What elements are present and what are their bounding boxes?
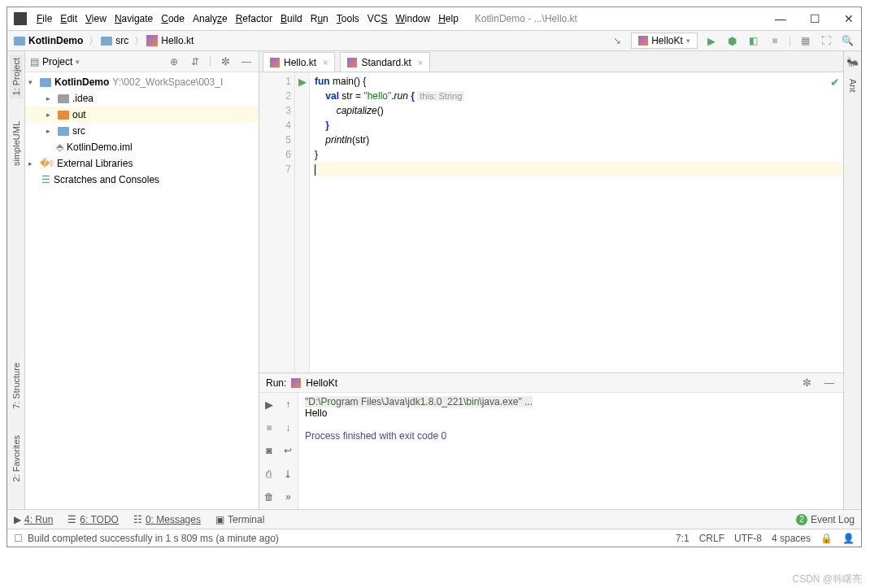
bottom-tab-run[interactable]: ▶ 4: Run (14, 514, 53, 525)
panel-settings-icon[interactable]: ✼ (218, 54, 233, 69)
menu-refactor[interactable]: Refactor (236, 13, 272, 24)
menu-navigate[interactable]: Navigate (115, 13, 153, 24)
tab-standard[interactable]: Standard.kt× (340, 52, 430, 72)
navbar: KotlinDemo 〉 src 〉 Hello.kt ↘ HelloKt ▾ … (7, 30, 861, 51)
tool-project[interactable]: 1: Project (10, 54, 23, 98)
ide-window: File Edit View Navigate Code Analyze Ref… (7, 7, 862, 547)
run-toolbar: ▶ ↑ ■ ↓ ◙ ↩ ⎙ ⤓ 🗑 » (259, 393, 298, 509)
close-icon[interactable]: × (323, 58, 328, 68)
search-everywhere-icon[interactable]: 🔍 (840, 33, 855, 48)
menu-help[interactable]: Help (438, 13, 459, 24)
tree-item-out[interactable]: ▸out (25, 107, 259, 123)
wrap-icon[interactable]: ↩ (279, 439, 298, 462)
run-settings-icon[interactable]: ✼ (799, 376, 814, 390)
run-gutter: ▶ (295, 72, 310, 372)
inspection-ok-icon: ✔ (830, 76, 840, 89)
export-icon[interactable]: ⤓ (279, 463, 298, 486)
maximize-button[interactable]: ☐ (809, 12, 820, 25)
tool-simpleuml[interactable]: simpleUML (10, 118, 23, 169)
camera-icon[interactable]: ◙ (259, 439, 279, 462)
run-config-name: HelloKt (306, 377, 337, 389)
bottom-tab-eventlog[interactable]: Event Log (811, 514, 855, 525)
tree-item-src[interactable]: ▸src (25, 123, 259, 139)
run-tool-window: Run: HelloKt ✼ — ▶ ↑ ■ ↓ ◙ ↩ (259, 372, 843, 509)
bottom-tab-terminal[interactable]: ▣ Terminal (215, 514, 264, 525)
console-output[interactable]: "D:\Program Files\Java\jdk1.8.0_221\bin\… (298, 393, 843, 509)
ant-icon[interactable]: 🐜 (846, 56, 859, 68)
watermark: CSDN @韩曙亮 (792, 573, 862, 586)
tool-favorites[interactable]: 2: Favorites (10, 432, 23, 485)
breadcrumb-file[interactable]: Hello.kt (146, 35, 194, 46)
event-count-badge: 2 (796, 514, 807, 525)
bottom-tab-todo[interactable]: ☰ 6: TODO (67, 514, 119, 525)
line-gutter: 1234567 (259, 72, 295, 372)
status-message: Build completed successfully in 1 s 809 … (28, 533, 279, 544)
code-editor[interactable]: 1234567 ▶ fun main() { val str = "hello"… (259, 72, 843, 372)
stop-button[interactable]: ■ (768, 33, 782, 48)
tool-ant[interactable]: Ant (846, 76, 859, 96)
locate-icon[interactable]: ⊕ (167, 54, 181, 69)
tool-structure[interactable]: 7: Structure (10, 359, 23, 412)
more-icon[interactable]: » (279, 486, 298, 508)
breadcrumb-src[interactable]: src (101, 35, 128, 46)
bottom-tab-messages[interactable]: ☷ 0: Messages (133, 514, 201, 525)
close-icon[interactable]: × (418, 58, 423, 68)
down-icon[interactable]: ↓ (279, 416, 298, 439)
run-config-selector[interactable]: HelloKt ▾ (631, 33, 698, 49)
project-structure-icon[interactable]: ▦ (798, 33, 812, 48)
menu-window[interactable]: Window (395, 13, 430, 24)
project-panel-title[interactable]: ▤Project ▾ (30, 56, 80, 68)
menu-run[interactable]: Run (311, 13, 328, 24)
stop-icon[interactable]: ■ (259, 416, 279, 439)
print-icon[interactable]: ⎙ (259, 463, 279, 486)
toggle-layout-icon[interactable]: ⛶ (819, 33, 833, 48)
project-tree[interactable]: ▾ KotlinDemo Y:\002_WorkSpace\003_I ▸.id… (25, 72, 259, 509)
inspector-icon[interactable]: 👤 (842, 533, 855, 544)
caret-position[interactable]: 7:1 (676, 533, 689, 544)
window-title: KotlinDemo - ...\Hello.kt (475, 13, 577, 24)
build-icon[interactable]: ↘ (610, 33, 624, 48)
titlebar: File Edit View Navigate Code Analyze Ref… (7, 7, 861, 30)
rerun-icon[interactable]: ▶ (259, 393, 279, 416)
tree-scratches[interactable]: ☰Scratches and Consoles (25, 172, 259, 188)
menu-build[interactable]: Build (281, 13, 302, 24)
line-separator[interactable]: CRLF (699, 533, 724, 544)
menu-edit[interactable]: Edit (60, 13, 77, 24)
hide-panel-icon[interactable]: — (239, 54, 254, 69)
trash-icon[interactable]: 🗑 (259, 486, 279, 508)
close-button[interactable]: ✕ (843, 12, 855, 25)
right-tool-strip: 🐜 Ant (843, 51, 861, 509)
project-panel: ▤Project ▾ ⊕ ⇵ | ✼ — ▾ KotlinDemo Y:\002… (25, 51, 259, 509)
breadcrumb-root[interactable]: KotlinDemo (14, 35, 83, 46)
run-button[interactable]: ▶ (704, 33, 719, 48)
tree-item-iml[interactable]: ⬘KotlinDemo.iml (25, 139, 259, 155)
tree-external-libs[interactable]: ▸�⫴External Libraries (25, 155, 259, 172)
menu-analyze[interactable]: Analyze (193, 13, 228, 24)
app-icon (14, 12, 27, 25)
bottom-tool-tabs: ▶ 4: Run ☰ 6: TODO ☷ 0: Messages ▣ Termi… (7, 509, 861, 529)
indent-setting[interactable]: 4 spaces (772, 533, 811, 544)
coverage-button[interactable]: ◧ (746, 33, 761, 48)
minimize-button[interactable]: — (775, 12, 786, 25)
debug-button[interactable]: ⬢ (725, 33, 740, 48)
menu-vcs[interactable]: VCS (368, 13, 388, 24)
status-bar: ☐ Build completed successfully in 1 s 80… (7, 529, 861, 547)
expand-icon[interactable]: ⇵ (188, 54, 202, 69)
run-line-icon[interactable]: ▶ (298, 76, 307, 88)
tab-hello[interactable]: Hello.kt× (263, 52, 335, 72)
file-encoding[interactable]: UTF-8 (734, 533, 762, 544)
run-hide-icon[interactable]: — (822, 376, 837, 390)
editor-tabs: Hello.kt× Standard.kt× (259, 51, 843, 72)
up-icon[interactable]: ↑ (279, 393, 298, 416)
lock-icon[interactable]: 🔒 (820, 533, 833, 544)
left-tool-strip: 1: Project simpleUML 7: Structure 2: Fav… (7, 51, 25, 509)
run-title: Run: (266, 377, 286, 389)
menu-file[interactable]: File (37, 13, 52, 24)
menu-code[interactable]: Code (161, 13, 185, 24)
tree-root[interactable]: ▾ KotlinDemo Y:\002_WorkSpace\003_I (25, 74, 259, 90)
menu-tools[interactable]: Tools (337, 13, 359, 24)
menu-view[interactable]: View (85, 13, 107, 24)
status-icon[interactable]: ☐ (14, 533, 23, 544)
tree-item-idea[interactable]: ▸.idea (25, 90, 259, 107)
editor-area: Hello.kt× Standard.kt× 1234567 ▶ fun mai… (259, 51, 843, 509)
